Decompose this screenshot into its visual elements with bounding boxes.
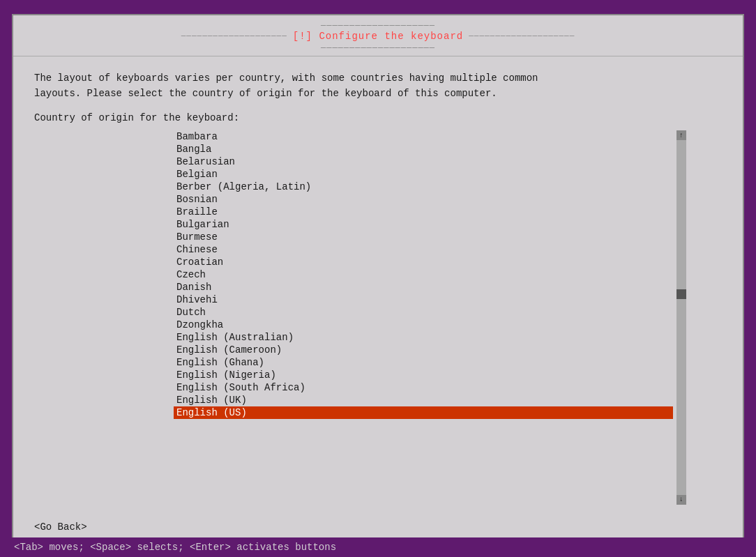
window-title: [!] Configure the keyboard bbox=[293, 31, 463, 42]
list-item[interactable]: Belarusian bbox=[174, 155, 673, 168]
main-content: The layout of keyboards varies per count… bbox=[13, 56, 743, 512]
list-item[interactable]: Dhivehi bbox=[174, 293, 673, 306]
list-item[interactable]: Braille bbox=[174, 206, 673, 218]
go-back-button[interactable]: <Go Back> bbox=[34, 521, 87, 533]
list-item[interactable]: English (UK) bbox=[174, 394, 673, 406]
list-item[interactable]: English (Australian) bbox=[174, 331, 673, 344]
keyboard-list-container: BambaraBanglaBelarusianBelgianBerber (Al… bbox=[174, 130, 687, 504]
list-item[interactable]: Dutch bbox=[174, 306, 673, 319]
status-text: <Tab> moves; <Space> selects; <Enter> ac… bbox=[14, 542, 336, 553]
list-item[interactable]: English (Ghana) bbox=[174, 356, 673, 369]
list-item[interactable]: English (South Africa) bbox=[174, 381, 673, 394]
main-dialog: ──────────────────── [!] Configure the k… bbox=[12, 14, 744, 544]
list-item[interactable]: Dzongkha bbox=[174, 319, 673, 331]
list-item[interactable]: Chinese bbox=[174, 243, 673, 256]
status-bar: <Tab> moves; <Space> selects; <Enter> ac… bbox=[0, 537, 756, 557]
prompt-label: Country of origin for the keyboard: bbox=[34, 112, 722, 123]
list-item[interactable]: English (US) bbox=[174, 406, 673, 419]
list-item[interactable]: Croatian bbox=[174, 256, 673, 268]
title-bar: ──────────────────── [!] Configure the k… bbox=[13, 15, 743, 56]
scroll-track bbox=[676, 140, 686, 494]
list-item[interactable]: Bangla bbox=[174, 143, 673, 155]
scroll-thumb[interactable] bbox=[676, 289, 686, 299]
list-item[interactable]: English (Cameroon) bbox=[174, 344, 673, 356]
title-divider-right: ──────────────────── bbox=[469, 32, 575, 40]
scroll-down-arrow[interactable]: ↓ bbox=[676, 495, 686, 505]
keyboard-list[interactable]: BambaraBanglaBelarusianBelgianBerber (Al… bbox=[174, 130, 673, 504]
list-item[interactable]: Bulgarian bbox=[174, 218, 673, 231]
description-text: The layout of keyboards varies per count… bbox=[34, 70, 722, 102]
scroll-up-arrow[interactable]: ↑ bbox=[676, 130, 686, 140]
list-item[interactable]: Bosnian bbox=[174, 193, 673, 206]
list-item[interactable]: Czech bbox=[174, 268, 673, 281]
list-item[interactable]: Burmese bbox=[174, 231, 673, 243]
list-item[interactable]: Belgian bbox=[174, 168, 673, 181]
list-item[interactable]: Bambara bbox=[174, 130, 673, 143]
title-divider-left: ──────────────────── bbox=[181, 32, 287, 40]
list-item[interactable]: English (Nigeria) bbox=[174, 369, 673, 381]
list-item[interactable]: Berber (Algeria, Latin) bbox=[174, 181, 673, 193]
description-line2: layouts. Please select the country of or… bbox=[34, 86, 722, 101]
scrollbar[interactable]: ↑ ↓ bbox=[676, 130, 687, 504]
list-item[interactable]: Danish bbox=[174, 281, 673, 293]
description-line1: The layout of keyboards varies per count… bbox=[34, 70, 722, 86]
